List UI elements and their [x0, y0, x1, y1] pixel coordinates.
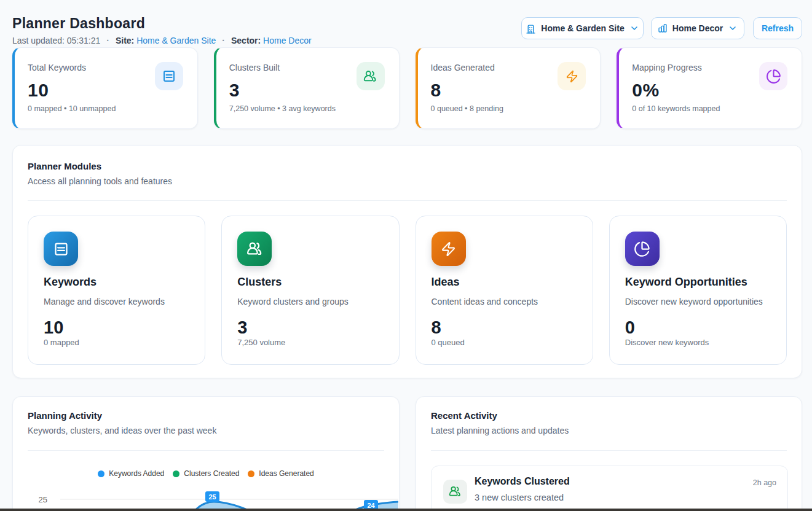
svg-text:24: 24 [367, 502, 375, 509]
svg-text:25: 25 [208, 493, 216, 501]
svg-text:25: 25 [39, 495, 47, 504]
